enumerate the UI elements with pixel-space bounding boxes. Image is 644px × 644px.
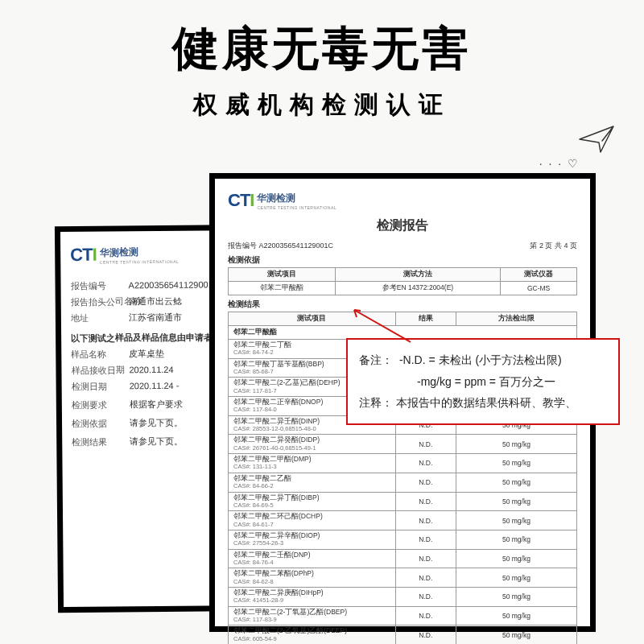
headline: 健康无毒无害	[0, 0, 644, 80]
table-row: 邻苯二甲酸二壬酯(DNP)CAS#: 84-76-4N.D.50 mg/kg	[229, 549, 577, 568]
paper-plane-icon	[578, 125, 615, 154]
table-row: 邻苯二甲酸二异癸酯(DIDP)CAS#: 26761-40-0,68515-49…	[229, 435, 577, 454]
table-row: 邻苯二甲酸二异辛酯(DIOP)CAS#: 27554-26-3N.D.50 mg…	[229, 530, 577, 549]
cti-logo-front: CTI 华测检测CENTRE TESTING INTERNATIONAL	[228, 190, 577, 211]
table-row: 邻苯二甲酸二环己酯(DCHP)CAS#: 84-61-7N.D.50 mg/kg	[229, 511, 577, 530]
callout-arrow	[346, 306, 419, 346]
table-row: 邻苯二甲酸二苯酯(DPhP)CAS#: 84-62-8N.D.50 mg/kg	[229, 568, 577, 588]
table-row: 邻苯二甲酸二异丁酯(DIBP)CAS#: 84-69-5N.D.50 mg/kg	[229, 492, 577, 511]
table-row: 邻苯二甲酸二(2-乙氧基)乙酯(DEEP)CAS#: 605-54-9N.D.5…	[229, 625, 577, 644]
table-row: 邻苯二甲酸二异庚酯(DIHpP)CAS#: 41451-28-9N.D.50 m…	[229, 587, 577, 606]
plane-trail: · · · ♡	[539, 157, 580, 170]
subhead: 权威机构检测认证	[0, 89, 644, 122]
table-row: 邻苯二甲酸二(2-丁氧基)乙酯(DBEP)CAS#: 117-83-9N.D.5…	[229, 606, 577, 625]
table-row: 邻苯二甲酸二甲酯(DMP)CAS#: 131-11-3N.D.50 mg/kg	[229, 454, 577, 473]
report-title: 检测报告	[228, 217, 577, 234]
note-box: 备注： -N.D. = 未检出 (小于方法检出限) -mg/kg = ppm =…	[346, 338, 620, 425]
table-row: 邻苯二甲酸二乙酯CAS#: 84-66-2N.D.50 mg/kg	[229, 473, 577, 492]
basis-table: 测试项目测试方法测试仪器 邻苯二甲酸酯参考EN 14372:2004(E)GC-…	[228, 267, 577, 295]
